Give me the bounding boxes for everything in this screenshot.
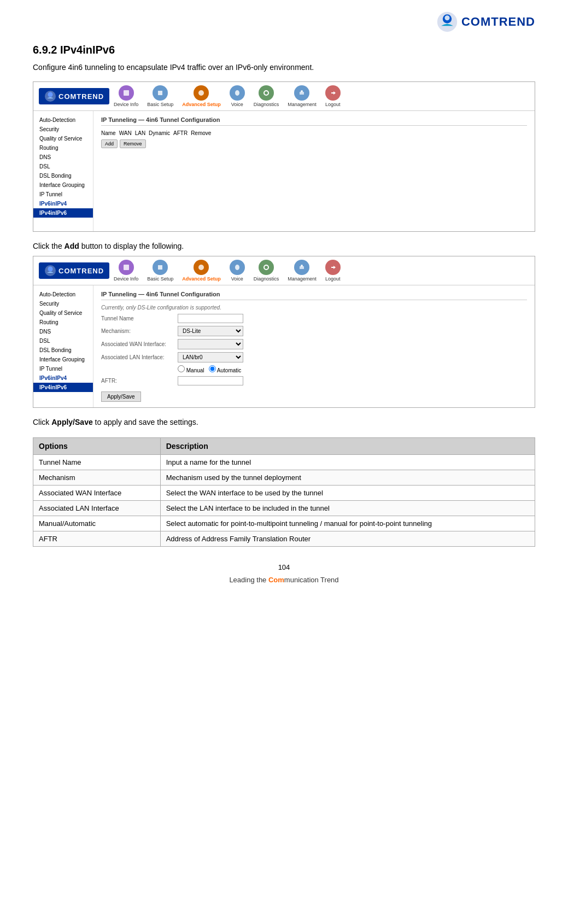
sidebar-ip-tunnel-1[interactable]: IP Tunnel (33, 190, 93, 199)
sidebar-dns-2[interactable]: DNS (33, 327, 93, 336)
nav-label-voice-1: Voice (231, 102, 243, 107)
remove-button-1[interactable]: Remove (120, 139, 146, 148)
nav-item-management-1[interactable]: Management (288, 85, 317, 107)
nav-item-voice-1[interactable]: Voice (230, 85, 245, 107)
radio-label-automatic[interactable]: Automatic (209, 365, 242, 373)
sidebar-qos-2[interactable]: Quality of Service (33, 308, 93, 318)
intro-text: Configure 4in6 tunneling to encapsulate … (33, 63, 535, 72)
svg-point-17 (235, 265, 239, 270)
radio-manual[interactable] (178, 365, 185, 372)
options-cell-description: Select the WAN interface to be used by t… (160, 486, 535, 501)
svg-point-4 (48, 92, 53, 97)
action-buttons-row-1: Add Remove (101, 139, 527, 148)
router-logo-1: COMTREND (39, 88, 109, 104)
nav-item-device-info-1[interactable]: Device Info (114, 85, 138, 107)
footer-tagline: Leading the Communication Trend (33, 576, 535, 584)
nav-item-logout-1[interactable]: Logout (325, 85, 341, 107)
sidebar-security-2[interactable]: Security (33, 299, 93, 308)
sidebar-dsl-bonding-1[interactable]: DSL Bonding (33, 171, 93, 180)
options-cell-description: Input a name for the tunnel (160, 455, 535, 470)
table-row: Tunnel NameInput a name for the tunnel (33, 455, 535, 470)
radio-group-manual-auto: Manual Automatic (178, 365, 241, 373)
svg-point-11 (301, 90, 303, 92)
click-add-suffix: button to display the following. (79, 242, 184, 250)
select-mechanism[interactable]: DS-Lite (178, 326, 243, 336)
nav-label-device-info-1: Device Info (114, 102, 138, 107)
svg-point-2 (444, 15, 449, 20)
options-cell-description: Address of Address Family Translation Ro… (160, 531, 535, 547)
table-row: Associated WAN InterfaceSelect the WAN i… (33, 486, 535, 501)
comtrend-logo: COMTREND (436, 11, 535, 33)
radio-label-manual[interactable]: Manual (178, 365, 204, 373)
sidebar-auto-detection-1[interactable]: Auto-Detection (33, 115, 93, 125)
click-apply-suffix: to apply and save the settings. (93, 418, 198, 426)
form-row-tunnel-name: Tunnel Name (101, 314, 527, 323)
svg-point-13 (48, 267, 53, 272)
sidebar-dsl-1[interactable]: DSL (33, 162, 93, 171)
sidebar-dsl-bonding-2[interactable]: DSL Bonding (33, 346, 93, 355)
nav-item-voice-2[interactable]: Voice (230, 260, 245, 282)
sidebar-security-1[interactable]: Security (33, 125, 93, 134)
sidebar-ipv4inipv6-1[interactable]: IPv4inIPv6 (33, 208, 93, 218)
router-logo-text-1: COMTREND (58, 92, 104, 101)
input-aftr[interactable] (178, 376, 243, 385)
col-header-options: Options (33, 438, 161, 455)
table-row: Associated LAN InterfaceSelect the LAN i… (33, 501, 535, 516)
nav-label-advanced-setup-2: Advanced Setup (182, 276, 221, 282)
nav-label-basic-setup-1: Basic Setup (147, 102, 173, 107)
nav-icons-row-2: Device Info Basic Setup Advanced Setup (114, 260, 529, 282)
nav-item-diagnostics-1[interactable]: Diagnostics (254, 85, 279, 107)
router-logo-text-2: COMTREND (58, 267, 104, 275)
sidebar-routing-2[interactable]: Routing (33, 318, 93, 327)
nav-item-basic-setup-1[interactable]: Basic Setup (147, 85, 173, 107)
sidebar-auto-detection-2[interactable]: Auto-Detection (33, 290, 93, 299)
router-logo-icon-1 (44, 90, 56, 102)
table-row: MechanismMechanism used by the tunnel de… (33, 470, 535, 486)
sidebar-ipv4inipv6-2[interactable]: IPv4inIPv6 (33, 383, 93, 392)
apply-save-button[interactable]: Apply/Save (101, 391, 141, 402)
nav-label-device-info-2: Device Info (114, 276, 138, 282)
sidebar-routing-1[interactable]: Routing (33, 143, 93, 153)
col-header-description: Description (160, 438, 535, 455)
sidebar-ip-tunnel-2[interactable]: IP Tunnel (33, 364, 93, 373)
sidebar-dsl-2[interactable]: DSL (33, 336, 93, 346)
sidebar-dns-1[interactable]: DNS (33, 153, 93, 162)
label-tunnel-name: Tunnel Name (101, 315, 178, 321)
select-wan-interface[interactable] (178, 339, 243, 349)
radio-automatic[interactable] (209, 365, 216, 372)
sidebar-qos-1[interactable]: Quality of Service (33, 134, 93, 143)
sidebar-ipv6inipv4-1[interactable]: IPv6inIPv4 (33, 199, 93, 208)
svg-rect-14 (124, 265, 129, 270)
label-mechanism: Mechanism: (101, 328, 178, 334)
options-cell-description: Mechanism used by the tunnel deployment (160, 470, 535, 486)
nav-item-logout-2[interactable]: Logout (325, 260, 341, 282)
sidebar-ipv6inipv4-2[interactable]: IPv6inIPv4 (33, 373, 93, 383)
options-cell-option: Mechanism (33, 470, 161, 486)
nav-item-advanced-setup-1[interactable]: Advanced Setup (182, 85, 221, 107)
sidebar-interface-grouping-2[interactable]: Interface Grouping (33, 355, 93, 364)
nav-item-basic-setup-2[interactable]: Basic Setup (147, 260, 173, 282)
svg-rect-5 (124, 90, 129, 96)
nav-item-diagnostics-2[interactable]: Diagnostics (254, 260, 279, 282)
nav-item-advanced-setup-2[interactable]: Advanced Setup (182, 260, 221, 282)
nav-item-management-2[interactable]: Management (288, 260, 317, 282)
options-cell-option: Associated LAN Interface (33, 501, 161, 516)
click-apply-bold: Apply/Save (51, 418, 92, 426)
svg-point-18 (264, 265, 268, 270)
svg-point-9 (264, 91, 268, 95)
options-cell-option: Manual/Automatic (33, 516, 161, 531)
add-button-1[interactable]: Add (101, 139, 118, 148)
options-cell-option: AFTR (33, 531, 161, 547)
nav-label-basic-setup-2: Basic Setup (147, 276, 173, 282)
nav-label-logout-2: Logout (325, 276, 341, 282)
options-cell-description: Select the LAN interface to be included … (160, 501, 535, 516)
nav-label-diagnostics-1: Diagnostics (254, 102, 279, 107)
sidebar-1: Auto-Detection Security Quality of Servi… (33, 111, 93, 231)
select-lan-interface[interactable]: LAN/br0 (178, 352, 243, 362)
click-add-prefix: Click the (33, 242, 65, 250)
options-cell-option: Tunnel Name (33, 455, 161, 470)
input-tunnel-name[interactable] (178, 314, 243, 323)
nav-item-device-info-2[interactable]: Device Info (114, 260, 138, 282)
form-row-aftr: AFTR: (101, 376, 527, 385)
sidebar-interface-grouping-1[interactable]: Interface Grouping (33, 180, 93, 190)
